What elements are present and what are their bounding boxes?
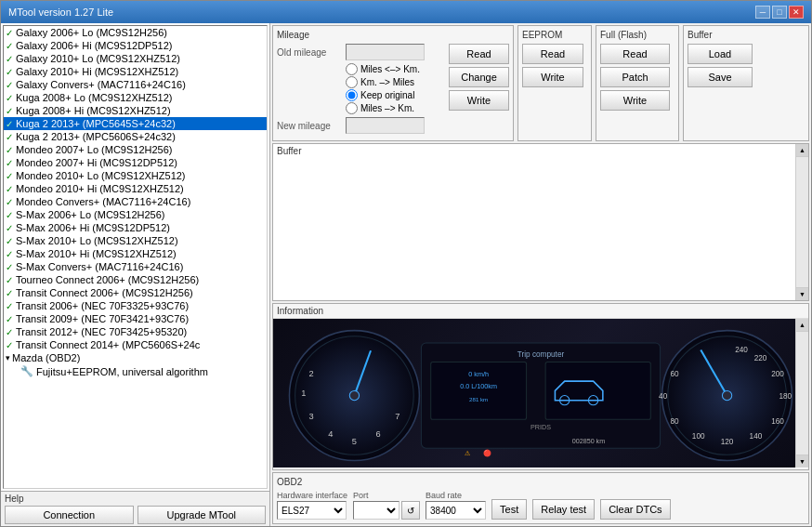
info-scrollbar-down[interactable]: ▼ xyxy=(796,455,808,468)
clear-dtcs-button[interactable]: Clear DTCs xyxy=(600,499,670,520)
port-select[interactable] xyxy=(353,501,399,520)
vehicle-item[interactable]: ✓Galaxy 2010+ Lo (MC9S12XHZ512) xyxy=(4,52,267,65)
vehicle-item[interactable]: ✓S-Max 2010+ Hi (MC9S12XHZ512) xyxy=(4,247,267,260)
vehicle-item-label: Galaxy 2006+ Lo (MC9S12H256) xyxy=(16,27,167,38)
vehicle-item[interactable]: ✓Kuga 2008+ Lo (MC9S12XHZ512) xyxy=(4,91,267,104)
main-content: ✓Galaxy 2006+ Lo (MC9S12H256)✓Galaxy 200… xyxy=(1,23,811,526)
vehicle-item[interactable]: ✓Galaxy 2010+ Hi (MC9S12XHZ512) xyxy=(4,65,267,78)
vehicle-item[interactable]: ✓Galaxy 2006+ Hi (MC9S12DP512) xyxy=(4,39,267,52)
svg-text:0.0 L/100km: 0.0 L/100km xyxy=(460,382,497,390)
eeprom-buttons: Read Write xyxy=(522,44,587,87)
vehicle-item[interactable]: ✓Transit 2006+ (NEC 70F3325+93C76) xyxy=(4,299,267,312)
buffer-save-button[interactable]: Save xyxy=(688,67,753,87)
buffer-content xyxy=(273,158,808,297)
radio-miles-to-km: Miles –> Km. xyxy=(346,102,445,114)
flash-write-button[interactable]: Write xyxy=(600,90,670,111)
hw-interface-select[interactable]: ELS27 xyxy=(277,501,347,520)
flash-patch-button[interactable]: Patch xyxy=(600,67,670,87)
eeprom-section: EEPROM Read Write xyxy=(517,25,592,141)
vehicle-item[interactable]: ✓Mondeo 2007+ Lo (MC9S12H256) xyxy=(4,143,267,156)
flash-read-button[interactable]: Read xyxy=(600,44,670,64)
vehicle-item[interactable]: ✓Transit 2009+ (NEC 70F3421+93C76) xyxy=(4,312,267,325)
new-mileage-label: New mileage xyxy=(277,121,342,131)
svg-text:1: 1 xyxy=(301,389,306,398)
check-icon: ✓ xyxy=(6,145,13,155)
vehicle-item-label: Transit Connect 2014+ (MPC5606S+24c xyxy=(16,339,200,350)
test-button[interactable]: Test xyxy=(491,499,527,520)
mileage-read-button[interactable]: Read xyxy=(449,44,509,64)
old-mileage-input[interactable] xyxy=(346,44,425,60)
vehicle-item-label: S-Max 2010+ Lo (MC9S12XHZ512) xyxy=(16,235,178,246)
radio-group: Miles <–> Km. Km. –> Miles Keep original xyxy=(346,63,445,114)
vehicle-item[interactable]: ✓Kuga 2 2013+ (MPC5606S+24c32) xyxy=(4,130,267,143)
refresh-port-button[interactable]: ↺ xyxy=(401,501,420,520)
buffer-load-button[interactable]: Load xyxy=(688,44,753,64)
vehicle-item[interactable]: ✓S-Max 2010+ Lo (MC9S12XHZ512) xyxy=(4,234,267,247)
right-panel: Mileage Old mileage M xyxy=(270,23,811,526)
eeprom-write-button[interactable]: Write xyxy=(522,67,583,87)
vehicle-item[interactable]: ✓Transit Connect 2014+ (MPC5606S+24c xyxy=(4,338,267,351)
svg-text:0 km/h: 0 km/h xyxy=(468,370,489,378)
vehicle-list[interactable]: ✓Galaxy 2006+ Lo (MC9S12H256)✓Galaxy 200… xyxy=(3,25,268,489)
svg-text:281 km: 281 km xyxy=(469,396,488,402)
vehicle-item[interactable]: ✓S-Max 2006+ Lo (MC9S12H256) xyxy=(4,208,267,221)
radio-miles-km-input[interactable] xyxy=(346,63,358,75)
relay-test-button[interactable]: Relay test xyxy=(532,499,595,520)
check-icon: ✓ xyxy=(6,223,13,233)
vehicle-item-label: S-Max Convers+ (MAC7116+24C16) xyxy=(16,261,183,272)
maximize-button[interactable]: □ xyxy=(772,6,787,19)
mileage-change-button[interactable]: Change xyxy=(449,67,509,87)
vehicle-item-label: Mondeo 2007+ Hi (MC9S12DP512) xyxy=(16,157,177,168)
upgrade-button[interactable]: Upgrade MTool xyxy=(138,506,267,524)
svg-text:002850 km: 002850 km xyxy=(572,437,606,445)
tree-parent-item[interactable]: ▾Mazda (OBD2) xyxy=(4,351,267,364)
vehicle-item[interactable]: ✓S-Max 2006+ Hi (MC9S12DP512) xyxy=(4,221,267,234)
vehicle-item[interactable]: ✓Transit 2012+ (NEC 70F3425+95320) xyxy=(4,325,267,338)
check-icon: ✓ xyxy=(6,119,13,129)
radio-keep-input[interactable] xyxy=(346,89,358,101)
buffer-scrollbar[interactable]: ▲ ▼ xyxy=(795,144,808,300)
buffer-buttons: Load Save xyxy=(688,44,805,87)
vehicle-item-label: Transit 2009+ (NEC 70F3421+93C76) xyxy=(16,313,189,324)
scrollbar-up-arrow[interactable]: ▲ xyxy=(796,144,808,157)
new-mileage-input[interactable] xyxy=(346,117,425,134)
svg-text:3: 3 xyxy=(309,412,314,421)
main-window: MTool version 1.27 Lite ─ □ ✕ ✓Galaxy 20… xyxy=(0,0,812,527)
minimize-button[interactable]: ─ xyxy=(755,6,770,19)
vehicle-item[interactable]: ✓Mondeo 2010+ Hi (MC9S12XHZ512) xyxy=(4,182,267,195)
check-icon: ✓ xyxy=(6,262,13,272)
vehicle-item[interactable]: ✓S-Max Convers+ (MAC7116+24C16) xyxy=(4,260,267,273)
obd2-section: OBD2 Hardware interface ELS27 Port xyxy=(272,472,809,524)
vehicle-item[interactable]: ✓Kuga 2 2013+ (MPC5645S+24c32) xyxy=(4,117,267,130)
radio-km-miles: Km. –> Miles xyxy=(346,76,445,88)
info-scrollbar-up[interactable]: ▲ xyxy=(796,319,808,332)
radio-miles-to-km-input[interactable] xyxy=(346,102,358,114)
scrollbar-down-arrow[interactable]: ▼ xyxy=(796,287,808,300)
close-button[interactable]: ✕ xyxy=(789,6,804,19)
vehicle-item[interactable]: ✓Galaxy Convers+ (MAC7116+24C16) xyxy=(4,78,267,91)
vehicle-item[interactable]: ✓Mondeo 2010+ Lo (MC9S12XHZ512) xyxy=(4,169,267,182)
vehicle-item[interactable]: ✓Tourneo Connect 2006+ (MC9S12H256) xyxy=(4,273,267,286)
baud-rate-select[interactable]: 38400 xyxy=(426,501,486,520)
vehicle-item[interactable]: ✓Kuga 2008+ Hi (MC9S12XHZ512) xyxy=(4,104,267,117)
vehicle-item[interactable]: ✓Mondeo Convers+ (MAC7116+24C16) xyxy=(4,195,267,208)
scrollbar-track xyxy=(796,157,808,287)
mileage-write-button[interactable]: Write xyxy=(449,90,509,111)
vehicle-item[interactable]: ✓Mondeo 2007+ Hi (MC9S12DP512) xyxy=(4,156,267,169)
info-scrollbar[interactable]: ▲ ▼ xyxy=(795,319,808,468)
buffer-top-section: Buffer Load Save xyxy=(683,25,809,141)
radio-km-miles-input[interactable] xyxy=(346,76,358,88)
svg-text:240: 240 xyxy=(735,346,748,354)
connection-button[interactable]: Connection xyxy=(5,506,134,524)
vehicle-item[interactable]: ✓Transit Connect 2006+ (MC9S12H256) xyxy=(4,286,267,299)
tree-sub-item[interactable]: 🔧Fujitsu+EEPROM, universal algorithm xyxy=(4,364,267,378)
svg-text:5: 5 xyxy=(352,437,357,446)
old-mileage-label: Old mileage xyxy=(277,47,342,58)
eeprom-read-button[interactable]: Read xyxy=(522,44,583,64)
svg-text:4: 4 xyxy=(328,429,333,439)
vehicle-item-label: Tourneo Connect 2006+ (MC9S12H256) xyxy=(16,274,199,285)
svg-rect-17 xyxy=(545,362,650,420)
baud-rate-label: Baud rate xyxy=(426,491,486,500)
vehicle-item-label: S-Max 2006+ Lo (MC9S12H256) xyxy=(16,209,165,220)
vehicle-item[interactable]: ✓Galaxy 2006+ Lo (MC9S12H256) xyxy=(4,26,267,39)
